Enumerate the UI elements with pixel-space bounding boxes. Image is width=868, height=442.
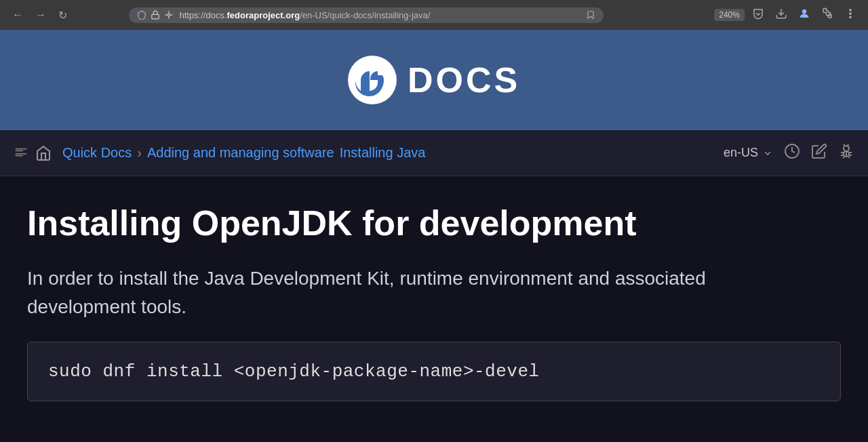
docs-title: DOCS: [408, 60, 520, 100]
nav-icon-group: [14, 145, 52, 161]
menu-button[interactable]: [841, 6, 860, 24]
pocket-button[interactable]: [749, 6, 768, 24]
browser-chrome: ← → ↻ https://docs.fedoraproject.org/en-…: [0, 0, 868, 30]
browser-right-controls: 240%: [714, 6, 860, 24]
svg-point-11: [850, 16, 851, 18]
profile-button[interactable]: [795, 6, 814, 24]
language-selector[interactable]: en-US: [724, 146, 773, 160]
shield-icon: [137, 10, 146, 20]
breadcrumb: Quick Docs › Adding and managing softwar…: [62, 145, 425, 161]
history-button[interactable]: [784, 143, 800, 163]
list-icon[interactable]: [14, 146, 28, 161]
svg-rect-8: [828, 15, 831, 18]
url-text: https://docs.fedoraproject.org/en-US/qui…: [179, 10, 430, 20]
bookmark-icon[interactable]: [586, 10, 595, 20]
lock-icon: [151, 10, 160, 20]
svg-point-10: [850, 13, 851, 14]
edit-button[interactable]: [811, 143, 827, 163]
back-button[interactable]: ←: [8, 7, 27, 22]
address-bar-security-icons: [137, 10, 174, 20]
url-domain: fedoraproject.org: [227, 10, 300, 20]
url-path: /en-US/quick-docs/installing-java/: [300, 10, 430, 20]
breadcrumb-installing-java[interactable]: Installing Java: [340, 145, 426, 161]
bug-report-button[interactable]: [838, 143, 854, 163]
browser-nav-buttons: ← → ↻: [8, 7, 71, 23]
code-snippet[interactable]: sudo dnf install <openjdk-package-name>-…: [48, 361, 540, 382]
breadcrumb-adding-software[interactable]: Adding and managing software: [147, 145, 334, 161]
svg-point-9: [850, 9, 851, 11]
code-block: sudo dnf install <openjdk-package-name>-…: [27, 342, 841, 401]
forward-button[interactable]: →: [31, 7, 50, 22]
zoom-level: 240%: [714, 9, 745, 21]
fedora-logo-area: DOCS: [348, 56, 520, 104]
extensions-button[interactable]: [818, 6, 837, 24]
page-intro: In order to install the Java Development…: [27, 264, 773, 321]
breadcrumb-quick-docs[interactable]: Quick Docs: [62, 145, 132, 161]
fedora-header: DOCS: [0, 30, 868, 130]
svg-rect-0: [152, 14, 159, 18]
page-title: Installing OpenJDK for development: [27, 203, 841, 244]
fedora-logo-icon: [348, 56, 397, 104]
nav-right-controls: en-US: [724, 143, 854, 163]
breadcrumb-sep-1: ›: [137, 145, 142, 161]
nav-bar: Quick Docs › Adding and managing softwar…: [0, 130, 868, 176]
home-icon[interactable]: [35, 145, 52, 161]
language-label: en-US: [724, 146, 758, 160]
svg-point-7: [802, 9, 806, 14]
tune-icon: [164, 10, 174, 20]
download-button[interactable]: [772, 6, 791, 24]
url-display: https://docs.fedoraproject.org/en-US/qui…: [179, 10, 580, 20]
refresh-button[interactable]: ↻: [54, 7, 71, 23]
address-bar[interactable]: https://docs.fedoraproject.org/en-US/qui…: [129, 7, 604, 23]
svg-point-1: [168, 14, 171, 16]
main-content: Installing OpenJDK for development In or…: [0, 176, 868, 442]
chevron-down-icon: [762, 148, 773, 159]
